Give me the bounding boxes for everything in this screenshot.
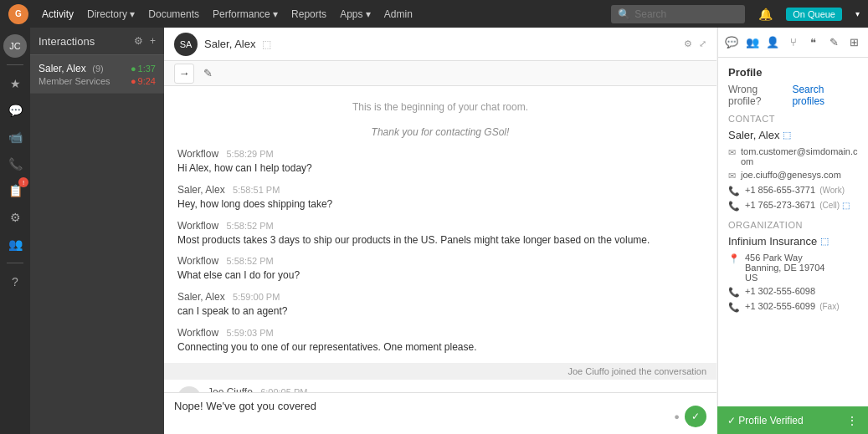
- contact-section-label: Contact: [728, 114, 858, 124]
- org-phone-value-2: +1 302-555-6099 (Fax): [745, 301, 840, 311]
- email-icon-2: ✉: [728, 171, 736, 181]
- nav-admin[interactable]: Admin: [384, 8, 413, 20]
- chat-header-share-icon[interactable]: ⬚: [262, 38, 271, 50]
- system-join-message: Joe Ciuffo joined the conversation: [164, 363, 716, 380]
- tab-bar: → ✎: [164, 61, 716, 86]
- sidebar-help-icon[interactable]: ?: [3, 270, 27, 294]
- sidebar-settings-icon[interactable]: ⚙: [3, 206, 27, 229]
- chat-header-gear[interactable]: ⚙: [684, 38, 692, 49]
- profile-wrong-profile: Wrong profile? Search profiles: [728, 84, 858, 107]
- message-workflow-3: Workflow 5:58:52 PM What else can I do f…: [177, 255, 703, 283]
- nav-activity[interactable]: Activity: [42, 8, 74, 20]
- msg-sender-name: Saler, Alex: [177, 291, 225, 303]
- search-profiles-link[interactable]: Search profiles: [792, 84, 858, 107]
- phone-value-2: +1 765-273-3671 (Cell) ⬚: [745, 200, 850, 210]
- message-customer-1: Saler, Alex 5:58:51 PM Hey, how long doe…: [177, 184, 703, 212]
- tab-note[interactable]: ✎: [198, 64, 218, 84]
- email-value-1: tom.customer@simdomain.com: [741, 146, 858, 166]
- nav-logo[interactable]: G: [8, 4, 28, 24]
- chat-header-expand[interactable]: ⤢: [699, 38, 706, 49]
- chat-send-button[interactable]: ✓: [685, 406, 706, 427]
- status-badge[interactable]: On Queue: [786, 8, 842, 21]
- msg-text: Hey, how long does shipping take?: [177, 197, 703, 212]
- chat-contact-name: Saler, Alex: [204, 38, 255, 50]
- profile-section: Profile Wrong profile? Search profiles C…: [718, 58, 868, 324]
- profile-footer: ✓ Profile Verified ⋮: [717, 406, 868, 434]
- user-avatar[interactable]: JC: [3, 34, 27, 58]
- msg-sender-name: Workflow: [177, 327, 218, 339]
- msg-text: Most products takes 3 days to ship our p…: [177, 233, 703, 248]
- chat-header-right: ⚙ ⤢: [684, 38, 706, 49]
- profile-tool-quote[interactable]: ❝: [805, 33, 822, 52]
- nav-reports[interactable]: Reports: [291, 8, 326, 20]
- sidebar-divider-2: [7, 263, 23, 263]
- org-phone-icon-2: 📞: [728, 302, 740, 313]
- nav-documents[interactable]: Documents: [148, 8, 199, 20]
- chat-messages: This is the beginning of your chat room.…: [164, 86, 716, 392]
- copy-phone-icon[interactable]: ⬚: [842, 201, 850, 210]
- chat-input-area: Nope! We've got you covered ● ✓: [164, 392, 716, 434]
- sidebar-home-icon[interactable]: ★: [3, 72, 27, 95]
- msg-sender-name: Joe Ciuffo: [208, 386, 253, 392]
- agent-message-1: JC Joe Ciuffo 6:00:05 PM Hi Alex, are th…: [177, 386, 703, 392]
- address-value: 456 Park Way Banning, DE 19704 US: [745, 253, 824, 283]
- address-icon: 📍: [728, 253, 740, 264]
- msg-sender-name: Workflow: [177, 220, 218, 232]
- notification-bell[interactable]: 🔔: [758, 8, 773, 21]
- timer-green: ● 1:37: [131, 64, 156, 74]
- nav-search-box[interactable]: 🔍: [611, 5, 745, 23]
- msg-sender-name: Workflow: [177, 148, 218, 160]
- org-phone-2: 📞 +1 302-555-6099 (Fax): [728, 301, 858, 313]
- msg-time: 5:59:03 PM: [226, 328, 273, 338]
- chat-input-display[interactable]: Nope! We've got you covered: [174, 400, 706, 412]
- message-workflow-1: Workflow 5:58:29 PM Hi Alex, how can I h…: [177, 148, 703, 176]
- contact-email-2: ✉ joe.ciuffo@genesys.com: [728, 170, 858, 181]
- profile-tool-edit[interactable]: ✎: [825, 33, 842, 52]
- interactions-title: Interactions: [39, 35, 127, 48]
- profile-tool-branch[interactable]: ⑂: [784, 33, 801, 52]
- org-ext-link[interactable]: ⬚: [820, 236, 829, 247]
- profile-panel: 💬 👥 👤 ⑂ ❝ ✎ ⊞ Profile Wrong profile? Sea…: [717, 28, 868, 434]
- msg-text: What else can I do for you?: [177, 268, 703, 283]
- org-phone-icon-1: 📞: [728, 287, 740, 298]
- profile-tool-chat[interactable]: 💬: [723, 33, 740, 52]
- profile-tool-people[interactable]: 👥: [743, 33, 760, 52]
- org-name: Infinium Insurance ⬚: [728, 235, 858, 248]
- profile-toolbar: 💬 👥 👤 ⑂ ❝ ✎ ⊞: [718, 28, 868, 58]
- contact-phone-1: 📞 +1 856-655-3771 (Work): [728, 185, 858, 197]
- chat-input-actions: ● ✓: [674, 406, 706, 427]
- nav-directory[interactable]: Directory ▾: [87, 8, 135, 20]
- contact-ext-link[interactable]: ⬚: [783, 130, 791, 140]
- msg-time: 5:58:29 PM: [226, 149, 273, 159]
- contact-phone-2: 📞 +1 765-273-3671 (Cell) ⬚: [728, 200, 858, 212]
- org-phone-1: 📞 +1 302-555-6098: [728, 286, 858, 298]
- message-customer-2: Saler, Alex 5:59:00 PM can I speak to an…: [177, 291, 703, 319]
- sidebar-phone-icon[interactable]: 📞: [3, 152, 27, 176]
- interaction-item[interactable]: Saler, Alex (9) ● 1:37 Member Services ●…: [30, 55, 164, 94]
- sidebar-video-icon[interactable]: 📹: [3, 125, 27, 149]
- interactions-add-icon[interactable]: +: [150, 35, 156, 47]
- interactions-settings-icon[interactable]: ⚙: [134, 35, 143, 47]
- sidebar-badge-count: !: [18, 177, 28, 187]
- msg-time: 5:58:52 PM: [226, 256, 273, 266]
- phone-icon-2: 📞: [728, 201, 740, 212]
- interaction-name: Saler, Alex: [39, 63, 86, 74]
- msg-sender-name: Workflow: [177, 255, 218, 267]
- nav-apps[interactable]: Apps ▾: [340, 8, 371, 20]
- profile-tool-grid[interactable]: ⊞: [846, 33, 863, 52]
- org-section-label: Organization: [728, 220, 858, 230]
- msg-time: 5:58:52 PM: [226, 221, 273, 231]
- status-chevron[interactable]: ▾: [855, 9, 860, 18]
- profile-tool-person[interactable]: 👤: [764, 33, 781, 52]
- profile-footer-menu[interactable]: ⋮: [846, 414, 858, 427]
- profile-verified-text: ✓ Profile Verified: [727, 415, 841, 426]
- sidebar-chat-icon[interactable]: 💬: [3, 99, 27, 122]
- tab-arrow[interactable]: →: [174, 64, 194, 84]
- sidebar-people-icon[interactable]: 👥: [3, 232, 27, 256]
- chat-header: SA Saler, Alex ⬚ ⚙ ⤢: [164, 28, 716, 61]
- left-sidebar: JC ★ 💬 📹 📞 📋 ! ⚙ 👥 ?: [0, 28, 30, 434]
- nav-search-input[interactable]: [634, 8, 743, 20]
- msg-time: 5:58:51 PM: [233, 185, 280, 195]
- sidebar-badge-icon[interactable]: 📋 !: [3, 179, 27, 202]
- nav-performance[interactable]: Performance ▾: [213, 8, 278, 20]
